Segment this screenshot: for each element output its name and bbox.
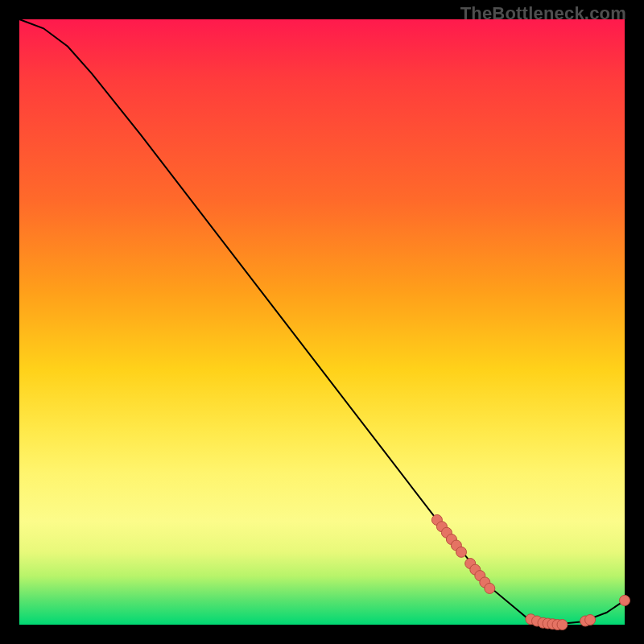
data-marker xyxy=(557,620,568,630)
data-marker xyxy=(585,615,596,625)
chart-svg xyxy=(19,19,625,625)
data-marker xyxy=(485,583,495,593)
bottleneck-curve xyxy=(19,19,625,625)
data-marker xyxy=(456,547,467,557)
data-markers-group xyxy=(431,514,630,630)
chart-area xyxy=(19,19,625,625)
data-marker xyxy=(620,595,630,605)
